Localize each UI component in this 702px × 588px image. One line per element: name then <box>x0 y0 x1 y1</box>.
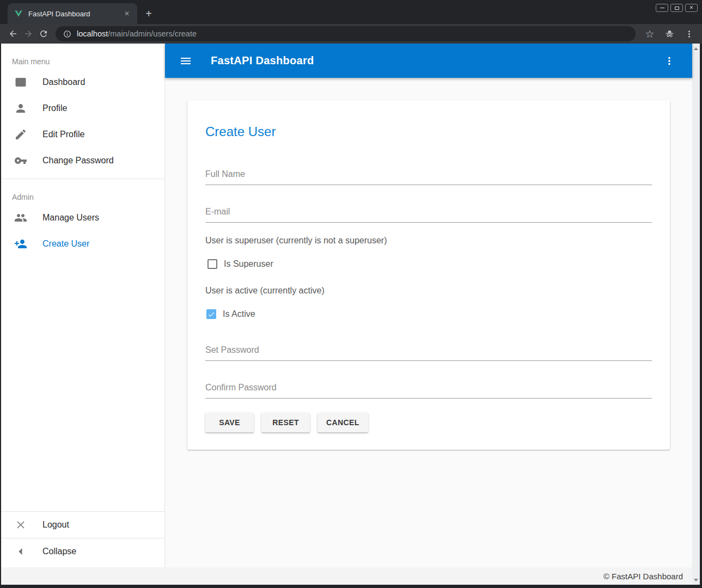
superuser-hint: User is superuser (currently is not a su… <box>205 235 652 246</box>
url-path: /main/admin/users/create <box>108 29 197 38</box>
sidebar-footer: Logout Collapse <box>1 511 164 565</box>
people-icon <box>14 211 27 224</box>
browser-menu-button[interactable] <box>681 26 697 41</box>
forward-button[interactable] <box>21 26 36 41</box>
is-superuser-label: Is Superuser <box>224 259 273 269</box>
sidebar-item-logout[interactable]: Logout <box>1 512 164 538</box>
sidebar-item-create-user[interactable]: Create User <box>1 231 164 257</box>
reset-button[interactable]: RESET <box>261 413 310 432</box>
window-controls: ✕ <box>656 4 698 12</box>
sidebar-item-profile[interactable]: Profile <box>1 95 164 121</box>
sidebar-item-collapse[interactable]: Collapse <box>1 538 164 565</box>
app-title: FastAPI Dashboard <box>211 54 314 67</box>
reload-icon <box>39 29 48 39</box>
window-close-button[interactable]: ✕ <box>685 4 698 12</box>
bookmark-button[interactable]: ☆ <box>642 26 657 41</box>
is-superuser-checkbox-row[interactable]: Is Superuser <box>207 259 652 270</box>
browser-toolbar: localhost/main/admin/users/create ☆ <box>0 24 702 44</box>
kebab-menu-icon <box>663 55 675 67</box>
person-add-icon <box>14 237 27 250</box>
is-active-label: Is Active <box>223 309 255 319</box>
toolbar-right-icons: ☆ <box>642 26 697 41</box>
forward-arrow-icon <box>23 29 33 39</box>
scrollbar-down-arrow-icon[interactable] <box>692 576 700 584</box>
set-password-input[interactable] <box>205 345 652 361</box>
page-content: Main menu Dashboard Profile Edit Profile <box>1 44 700 585</box>
page-footer: © FastAPI Dashboard <box>1 567 692 585</box>
tab-title: FastAPI Dashboard <box>28 10 122 18</box>
sidebar-item-edit-profile[interactable]: Edit Profile <box>1 121 164 148</box>
sidebar-toggle-button[interactable] <box>176 51 196 71</box>
page-title: Create User <box>205 100 652 139</box>
email-field-wrapper <box>205 207 652 223</box>
sidebar-item-dashboard[interactable]: Dashboard <box>1 69 164 95</box>
tab-close-icon[interactable]: ✕ <box>122 9 132 19</box>
vue-logo-icon <box>14 9 23 18</box>
confirm-password-input[interactable] <box>205 383 652 399</box>
sidebar-section-admin: Admin <box>12 193 164 201</box>
browser-window: FastAPI Dashboard ✕ + ✕ localhost/main/a… <box>0 0 702 588</box>
save-button[interactable]: SAVE <box>205 413 254 432</box>
sidebar-section-main-menu: Main menu <box>12 57 164 66</box>
star-icon: ☆ <box>645 29 654 39</box>
scrollbar-up-arrow-icon[interactable] <box>692 45 700 52</box>
app-bar: FastAPI Dashboard <box>165 44 692 78</box>
sidebar-item-manage-users[interactable]: Manage Users <box>1 205 164 231</box>
incognito-icon <box>664 29 675 39</box>
checkbox-unchecked-icon[interactable] <box>207 259 217 269</box>
url-host: localhost <box>77 29 108 38</box>
window-minimize-button[interactable] <box>656 4 668 12</box>
chevron-left-icon <box>14 545 27 558</box>
app-menu-button[interactable] <box>660 51 679 71</box>
browser-tab-bar: FastAPI Dashboard ✕ + ✕ <box>0 0 702 24</box>
minimize-icon <box>660 8 664 8</box>
is-active-checkbox-row[interactable]: Is Active <box>206 309 652 320</box>
pencil-icon <box>14 128 27 141</box>
close-icon <box>14 518 27 531</box>
email-input[interactable] <box>205 207 652 223</box>
form-buttons: SAVE RESET CANCEL <box>205 413 652 432</box>
active-hint: User is active (currently active) <box>205 285 652 296</box>
content-area: Create User User is superuser (currently… <box>165 78 692 567</box>
url-text: localhost/main/admin/users/create <box>77 29 197 38</box>
hamburger-icon <box>179 54 192 68</box>
url-bar[interactable]: localhost/main/admin/users/create <box>56 26 636 41</box>
main-area: FastAPI Dashboard Create User User is su… <box>165 44 692 567</box>
full-name-input[interactable] <box>205 169 652 185</box>
sidebar: Main menu Dashboard Profile Edit Profile <box>1 44 165 567</box>
full-name-field-wrapper <box>205 169 652 185</box>
reload-button[interactable] <box>36 26 51 41</box>
sidebar-item-change-password[interactable]: Change Password <box>1 148 164 174</box>
checkbox-checked-icon[interactable] <box>206 309 216 319</box>
copyright-text: © FastAPI Dashboard <box>603 572 683 581</box>
info-icon <box>63 30 71 38</box>
close-icon: ✕ <box>689 5 694 10</box>
page-scrollbar[interactable] <box>692 44 700 585</box>
confirm-password-field-wrapper <box>205 383 652 399</box>
dashboard-icon <box>14 76 27 89</box>
sidebar-divider <box>1 179 164 179</box>
kebab-menu-icon <box>684 29 694 39</box>
person-icon <box>14 102 27 115</box>
back-arrow-icon <box>8 29 18 39</box>
key-icon <box>14 154 27 167</box>
new-tab-button[interactable]: + <box>142 7 156 21</box>
set-password-field-wrapper <box>205 345 652 361</box>
maximize-icon <box>675 7 679 10</box>
cancel-button[interactable]: CANCEL <box>318 413 368 432</box>
back-button[interactable] <box>5 26 21 41</box>
browser-tab[interactable]: FastAPI Dashboard ✕ <box>8 3 137 24</box>
create-user-card: Create User User is superuser (currently… <box>187 100 670 450</box>
window-maximize-button[interactable] <box>670 4 683 12</box>
incognito-indicator <box>662 26 677 41</box>
